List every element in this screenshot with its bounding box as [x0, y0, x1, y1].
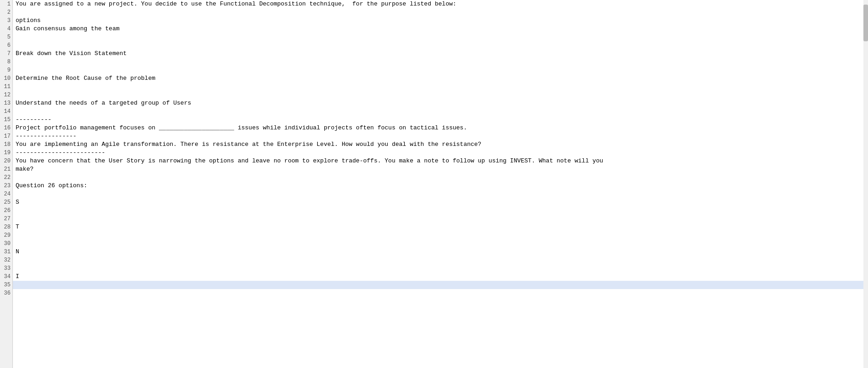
line-number-23: 23 — [0, 182, 12, 190]
code-line-24 — [13, 190, 868, 198]
line-number-20: 20 — [0, 157, 12, 165]
line-number-34: 34 — [0, 273, 12, 281]
code-line-6 — [13, 41, 868, 50]
line-number-33: 33 — [0, 264, 12, 273]
code-line-23: Question 26 options: — [13, 182, 868, 190]
code-line-14 — [13, 107, 868, 116]
line-number-8: 8 — [0, 58, 12, 66]
line-number-17: 17 — [0, 132, 12, 140]
code-line-26 — [13, 206, 868, 215]
line-number-16: 16 — [0, 124, 12, 132]
code-line-32 — [13, 256, 868, 264]
scrollbar-track[interactable] — [863, 0, 868, 368]
code-line-13: Understand the needs of a targeted group… — [13, 99, 868, 107]
line-number-7: 7 — [0, 50, 12, 58]
code-line-18: You are implementing an Agile transforma… — [13, 140, 868, 149]
line-number-25: 25 — [0, 198, 12, 206]
code-line-5 — [13, 33, 868, 41]
code-line-9 — [13, 66, 868, 74]
line-numbers: 1234567891011121314151617181920212223242… — [0, 0, 13, 368]
code-line-36 — [13, 289, 868, 297]
line-number-29: 29 — [0, 231, 12, 240]
line-number-35: 35 — [0, 281, 12, 289]
code-line-30 — [13, 240, 868, 248]
line-number-22: 22 — [0, 173, 12, 182]
line-number-10: 10 — [0, 74, 12, 83]
editor-container: 1234567891011121314151617181920212223242… — [0, 0, 868, 368]
code-line-34: I — [13, 273, 868, 281]
line-number-6: 6 — [0, 41, 12, 50]
code-line-3: options — [13, 17, 868, 25]
code-line-4: Gain consensus among the team — [13, 25, 868, 33]
line-number-14: 14 — [0, 107, 12, 116]
code-line-12 — [13, 91, 868, 99]
code-line-28: T — [13, 223, 868, 231]
line-number-11: 11 — [0, 83, 12, 91]
code-line-19: ------------------------- — [13, 149, 868, 157]
code-line-22 — [13, 173, 868, 182]
code-line-35 — [13, 281, 868, 289]
content-area[interactable]: You are assigned to a new project. You d… — [13, 0, 868, 368]
code-line-7: Break down the Vision Statement — [13, 50, 868, 58]
code-line-33 — [13, 264, 868, 273]
code-line-27 — [13, 215, 868, 223]
line-number-9: 9 — [0, 66, 12, 74]
line-number-21: 21 — [0, 165, 12, 173]
line-number-3: 3 — [0, 17, 12, 25]
code-line-17: ----------------- — [13, 132, 868, 140]
line-number-19: 19 — [0, 149, 12, 157]
line-number-5: 5 — [0, 33, 12, 41]
code-line-29 — [13, 231, 868, 240]
line-number-36: 36 — [0, 289, 12, 297]
code-line-31: N — [13, 248, 868, 256]
code-line-20: You have concern that the User Story is … — [13, 157, 868, 165]
line-number-31: 31 — [0, 248, 12, 256]
line-number-28: 28 — [0, 223, 12, 231]
code-line-15: ---------- — [13, 116, 868, 124]
line-number-12: 12 — [0, 91, 12, 99]
line-number-1: 1 — [0, 0, 12, 8]
line-number-2: 2 — [0, 8, 12, 17]
code-line-10: Determine the Root Cause of the problem — [13, 74, 868, 83]
line-number-15: 15 — [0, 116, 12, 124]
code-line-21: make? — [13, 165, 868, 173]
code-line-8 — [13, 58, 868, 66]
line-number-27: 27 — [0, 215, 12, 223]
line-number-18: 18 — [0, 140, 12, 149]
code-line-16: Project portfolio management focuses on … — [13, 124, 868, 132]
code-line-25: S — [13, 198, 868, 206]
line-number-13: 13 — [0, 99, 12, 107]
line-number-4: 4 — [0, 25, 12, 33]
line-number-32: 32 — [0, 256, 12, 264]
line-number-30: 30 — [0, 240, 12, 248]
line-number-26: 26 — [0, 206, 12, 215]
code-line-11 — [13, 83, 868, 91]
scrollbar-thumb[interactable] — [863, 5, 868, 41]
line-number-24: 24 — [0, 190, 12, 198]
code-line-1: You are assigned to a new project. You d… — [13, 0, 868, 8]
code-line-2 — [13, 8, 868, 17]
